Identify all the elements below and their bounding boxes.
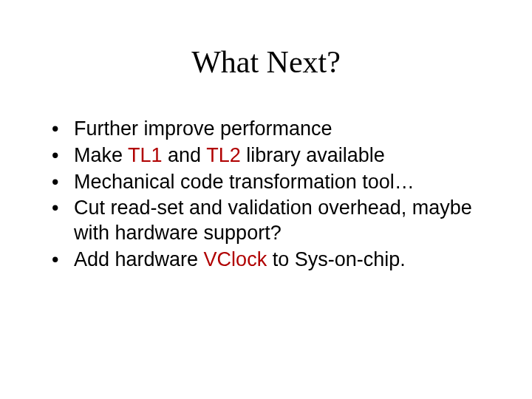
bullet-text: Mechanical code transformation tool… (74, 171, 415, 193)
list-item: Further improve performance (52, 117, 488, 142)
slide: What Next? Further improve performance M… (0, 0, 532, 399)
bullet-text: Further improve performance (74, 117, 332, 140)
bullet-text: library available (241, 144, 385, 166)
list-item: Make TL1 and TL2 library available (52, 143, 488, 168)
bullet-list: Further improve performance Make TL1 and… (44, 117, 488, 273)
bullet-text: Cut read-set and validation overhead, ma… (74, 197, 472, 244)
highlight-text: TL2 (206, 144, 241, 166)
bullet-text: to Sys-on-chip. (267, 248, 406, 270)
list-item: Cut read-set and validation overhead, ma… (52, 196, 488, 246)
highlight-text: VClock (204, 248, 267, 270)
bullet-text: Make (74, 144, 128, 166)
highlight-text: TL1 (128, 144, 163, 166)
list-item: Add hardware VClock to Sys-on-chip. (52, 248, 488, 273)
list-item: Mechanical code transformation tool… (52, 170, 488, 195)
bullet-text: Add hardware (74, 248, 204, 270)
bullet-text: and (163, 144, 207, 166)
slide-title: What Next? (44, 44, 488, 80)
